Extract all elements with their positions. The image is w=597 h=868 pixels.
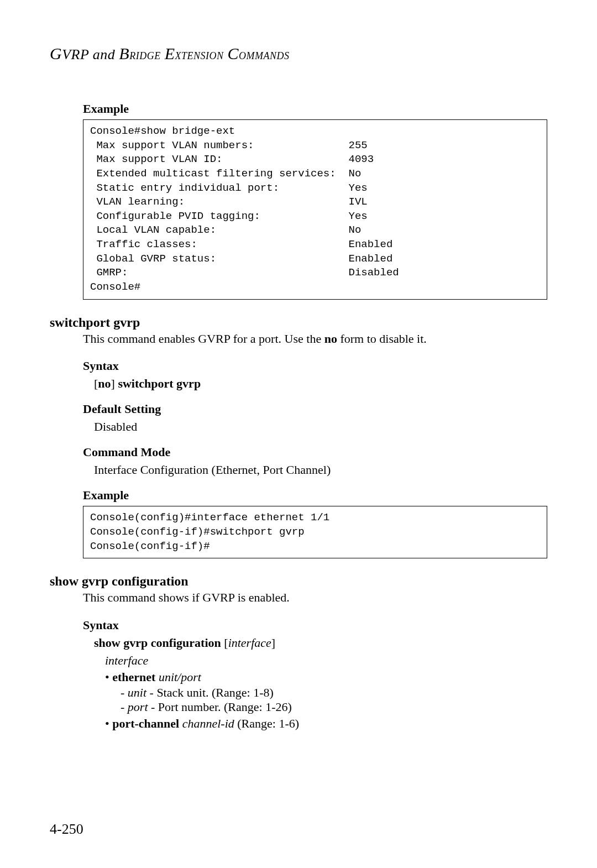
- command-title-switchport-gvrp: switchport gvrp: [50, 315, 547, 330]
- list-item: port - Port number. (Range: 1-26): [121, 700, 547, 714]
- running-header: GVRP and Bridge Extension Commands: [50, 44, 547, 63]
- page-number: 4-250: [50, 821, 83, 838]
- command-description-2: This command shows if GVRP is enabled.: [83, 590, 547, 606]
- code-example-1: Console#show bridge-ext Max support VLAN…: [83, 119, 547, 300]
- command-mode-value: Interface Configuration (Ethernet, Port …: [83, 463, 547, 477]
- syntax-line-2: show gvrp configuration [interface]: [83, 636, 547, 650]
- syntax-heading-1: Syntax: [83, 359, 547, 373]
- syntax-heading-2: Syntax: [83, 618, 547, 632]
- command-mode-heading: Command Mode: [83, 445, 547, 459]
- list-item: port-channel channel-id (Range: 1-6): [105, 717, 547, 731]
- page: GVRP and Bridge Extension Commands Examp…: [0, 0, 597, 868]
- code-example-2: Console(config)#interface ethernet 1/1 C…: [83, 506, 547, 558]
- list-item: ethernet unit/port unit - Stack unit. (R…: [105, 670, 547, 714]
- command-description-1: This command enables GVRP for a port. Us…: [83, 331, 547, 347]
- interface-param-heading: interface: [83, 653, 547, 668]
- ethernet-sub-list: unit - Stack unit. (Range: 1-8) port - P…: [105, 686, 547, 714]
- command-title-show-gvrp: show gvrp configuration: [50, 574, 547, 589]
- example-heading-1: Example: [83, 102, 547, 116]
- interface-options-list: ethernet unit/port unit - Stack unit. (R…: [83, 670, 547, 731]
- list-item: unit - Stack unit. (Range: 1-8): [121, 686, 547, 700]
- content-area: Example Console#show bridge-ext Max supp…: [50, 102, 547, 731]
- default-setting-value: Disabled: [83, 420, 547, 434]
- default-setting-heading: Default Setting: [83, 402, 547, 416]
- syntax-line-1: [no] switchport gvrp: [83, 377, 547, 391]
- example-heading-2: Example: [83, 488, 547, 503]
